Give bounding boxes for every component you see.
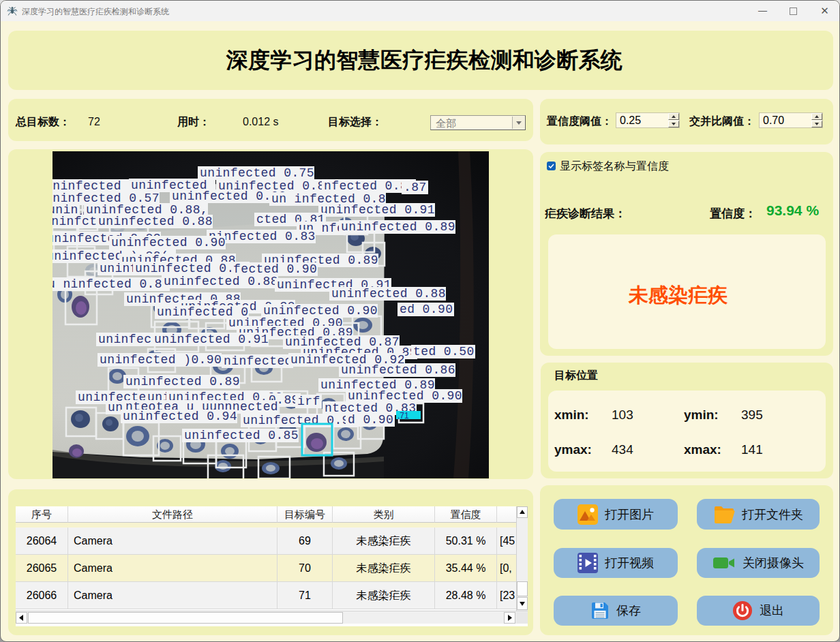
svg-text:uninfected 0.88: uninfected 0.88 xyxy=(172,189,286,203)
svg-text:ed 0.90: ed 0.90 xyxy=(400,303,453,316)
svg-text:uninfected 0.94: uninfected 0.94 xyxy=(123,410,237,423)
svg-text:uninfected 0.88: uninfected 0.88 xyxy=(164,275,278,288)
svg-text:irf: irf xyxy=(297,395,320,408)
svg-text:ted 0.50: ted 0.50 xyxy=(413,345,475,358)
svg-text:uninfected 0.86: uninfected 0.86 xyxy=(341,363,455,377)
svg-text:uninfected: uninfected xyxy=(52,179,121,193)
svg-text:uninfected 0.90: uninfected 0.90 xyxy=(111,236,226,249)
svg-text:uninfected 0.88: uninfected 0.88 xyxy=(331,287,446,301)
svg-text:uninfected 0.89: uninfected 0.89 xyxy=(341,220,455,234)
svg-text:uninfected 0.88: uninfected 0.88 xyxy=(98,215,213,228)
svg-text:.87: .87 xyxy=(404,181,427,194)
svg-text:uninfected 0.91: uninfected 0.91 xyxy=(320,203,435,217)
svg-text:d 0.90: d 0.90 xyxy=(348,413,393,427)
svg-text:uninfected )0.90: uninfected )0.90 xyxy=(100,353,222,367)
svg-text:uninfected 0.75: uninfected 0.75 xyxy=(200,166,314,180)
svg-text:uninfect: uninfect xyxy=(98,333,160,346)
svg-text:u ninfected 0.88: u ninfected 0.88 xyxy=(52,277,170,291)
svg-text:uninfected 0.85: uninfected 0.85 xyxy=(184,429,299,442)
svg-text:,71: ,71 xyxy=(397,411,409,421)
svg-text:uninfected 0.90: uninfected 0.90 xyxy=(348,389,462,403)
svg-text:uninfected 0.90: uninfected 0.90 xyxy=(243,414,357,427)
svg-text:uninfected 0.89: uninfected 0.89 xyxy=(125,375,240,388)
svg-text:ninfectec: ninfectec xyxy=(224,354,292,368)
svg-text:uninfected 0.91: uninfected 0.91 xyxy=(154,333,269,346)
svg-text:fected 0.90: fected 0.90 xyxy=(233,262,317,276)
svg-text:uninfected 0.90: uninfected 0.90 xyxy=(263,304,378,318)
svg-text:uninfct: uninfct xyxy=(52,215,97,228)
